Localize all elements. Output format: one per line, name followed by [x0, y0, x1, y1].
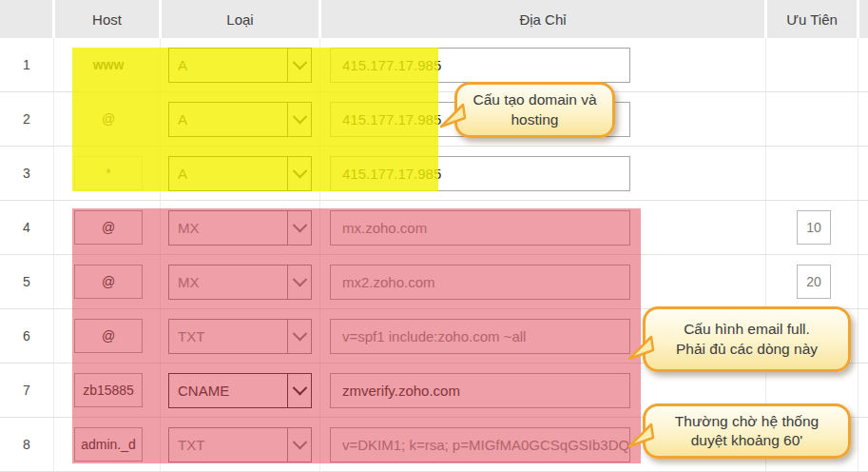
row-number: 5 [0, 255, 53, 308]
type-select-value: MX [169, 211, 287, 245]
row-number: 1 [0, 38, 53, 91]
row-number: 2 [0, 92, 53, 146]
type-select-value: A [169, 49, 287, 82]
type-select[interactable]: A [168, 48, 312, 83]
header-label-type: Loại [226, 11, 253, 28]
callout-tail-icon [627, 422, 655, 450]
type-select-value: A [169, 103, 287, 136]
callout-line: Phải đủ các dòng này [676, 340, 818, 359]
chevron-down-icon [292, 109, 307, 125]
chevron-down-icon [292, 381, 307, 396]
table-row: 3A [0, 147, 868, 201]
host-text: www [74, 48, 143, 82]
select-arrow-box[interactable] [287, 428, 311, 462]
row-number: 8 [0, 418, 53, 471]
callout-line: Cấu hình email full. [684, 320, 810, 339]
callout-email-config: Cấu hình email full. Phải đủ các dòng nà… [643, 306, 851, 372]
host-text: @ [74, 102, 143, 136]
header-cell-number [0, 0, 52, 38]
callout-line: Thường chờ hệ thống [675, 412, 819, 431]
chevron-down-icon [292, 164, 307, 179]
type-select[interactable]: TXT [168, 319, 312, 354]
select-arrow-box[interactable] [287, 157, 311, 190]
table-row: 1wwwA [0, 38, 868, 92]
type-select-value: MX [169, 266, 287, 299]
table-row: 5MX [0, 255, 868, 309]
type-select[interactable]: MX [168, 265, 312, 300]
select-arrow-box[interactable] [287, 103, 311, 136]
callout-line: duyệt khoảng 60' [691, 431, 803, 450]
header-cell-priority: Ưu Tiên [767, 0, 857, 38]
type-select-value: A [169, 157, 287, 190]
type-select[interactable]: TXT [168, 427, 312, 462]
callout-domain-hosting: Cấu tạo domain và hosting [454, 82, 615, 138]
type-select-value: TXT [169, 320, 287, 353]
row-number: 4 [0, 201, 53, 254]
chevron-down-icon [292, 435, 307, 450]
address-input[interactable] [330, 319, 630, 354]
header-cell-host: Host [55, 0, 159, 38]
row-number: 7 [0, 364, 53, 417]
select-arrow-box[interactable] [287, 49, 311, 82]
table-row: 4MX [0, 201, 868, 255]
address-input[interactable] [330, 427, 630, 462]
type-select-value: TXT [169, 428, 287, 462]
chevron-down-icon [292, 218, 307, 233]
header-label-host: Host [92, 11, 122, 28]
row-number: 6 [0, 309, 53, 363]
type-select[interactable]: A [168, 102, 312, 137]
address-input[interactable] [330, 156, 630, 191]
chevron-down-icon [292, 55, 307, 70]
select-arrow-box[interactable] [287, 266, 311, 299]
table-row: 2@A [0, 92, 868, 147]
priority-input[interactable] [797, 265, 831, 299]
row-number: 3 [0, 147, 53, 200]
callout-review-time: Thường chờ hệ thống duyệt khoảng 60' [643, 403, 851, 459]
type-select[interactable]: MX [168, 210, 312, 246]
address-input[interactable] [330, 373, 630, 408]
type-select-value: CNAME [169, 374, 287, 407]
chevron-down-icon [292, 272, 307, 287]
host-input[interactable] [74, 319, 143, 353]
address-input[interactable] [330, 48, 630, 83]
callout-line: hosting [511, 110, 559, 129]
header-cell-edge [859, 0, 868, 38]
select-arrow-box[interactable] [287, 374, 311, 407]
address-input[interactable] [330, 265, 630, 300]
chevron-down-icon [292, 326, 307, 342]
header-label-address: Địa Chỉ [519, 11, 566, 28]
type-select[interactable]: CNAME [168, 373, 312, 408]
host-input[interactable] [74, 265, 143, 299]
select-arrow-box[interactable] [287, 320, 311, 353]
host-input[interactable] [74, 156, 143, 190]
callout-tail-icon [627, 334, 655, 363]
header-cell-address: Địa Chỉ [321, 0, 764, 38]
callout-tail-icon [438, 102, 467, 130]
callout-line: Cấu tạo domain và [473, 90, 596, 109]
priority-input[interactable] [797, 210, 831, 245]
header-cell-type: Loại [162, 0, 318, 38]
host-input[interactable] [74, 427, 143, 462]
host-input[interactable] [74, 210, 143, 245]
address-input[interactable] [330, 210, 630, 246]
host-input[interactable] [74, 373, 143, 407]
type-select[interactable]: A [168, 156, 312, 191]
select-arrow-box[interactable] [287, 211, 311, 245]
dns-records-table: Host Loại Địa Chỉ Ưu Tiên 1wwwA2@A3A4MX5… [0, 0, 868, 472]
header-label-priority: Ưu Tiên [786, 11, 838, 28]
